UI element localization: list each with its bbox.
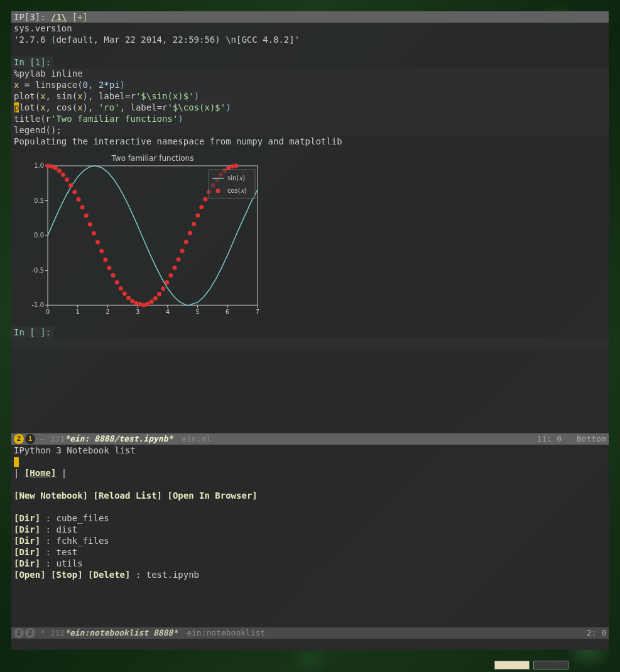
cell-1-header: In [1]: (11, 57, 53, 68)
nblist-cursor (14, 457, 19, 467)
svg-point-49 (126, 296, 131, 300)
svg-point-65 (188, 231, 192, 236)
dir-button[interactable]: [Dir] (14, 547, 40, 557)
svg-point-53 (142, 303, 146, 307)
dir-entry: [Dir] : dist (14, 524, 606, 535)
notebooklist-area[interactable]: IPython 3 Notebook list | [Home] | [New … (11, 445, 609, 627)
code-line-6[interactable]: legend(); (11, 124, 609, 136)
svg-point-35 (72, 190, 77, 194)
scroll-position: Bottom (577, 433, 606, 445)
code-line-1[interactable]: %pylab inline (11, 68, 609, 79)
svg-rect-78 (209, 170, 255, 198)
svg-point-42 (99, 249, 104, 253)
tab-current[interactable]: /1\ (51, 12, 67, 22)
code-line-5[interactable]: title(r'Two familiar functions') (11, 113, 609, 124)
dir-button[interactable]: [Dir] (14, 524, 40, 534)
minibuffer[interactable] (11, 639, 609, 650)
dir-entry: [Dir] : cube_files (14, 512, 606, 524)
svg-text:1: 1 (76, 308, 80, 315)
home-link[interactable]: [Home] (24, 468, 57, 478)
svg-text:6: 6 (226, 308, 229, 315)
svg-point-61 (172, 266, 177, 270)
dir-entry: [Dir] : utils (14, 558, 606, 569)
file-open-button[interactable]: [Open] (14, 570, 46, 580)
svg-point-46 (115, 280, 119, 285)
reload-list-button[interactable]: [Reload List] (93, 490, 162, 501)
new-notebook-button[interactable]: [New Notebook] (14, 490, 88, 501)
lower-pane: IPython 3 Notebook list | [Home] | [New … (11, 445, 609, 650)
svg-point-48 (122, 291, 127, 296)
svg-text:-1.0: -1.0 (31, 301, 44, 308)
major-mode: ein:ml (182, 433, 211, 445)
svg-point-54 (146, 301, 150, 306)
code-line-4[interactable]: plot(x, cos(x), 'ro', label=r'$\cos(x)$'… (11, 102, 609, 113)
taskbar-button-1[interactable] (494, 661, 530, 669)
dir-entry: [Dir] : fchk_files (14, 535, 606, 546)
svg-point-51 (134, 301, 138, 305)
svg-text:sin(x): sin(x) (227, 175, 245, 182)
window-badge-2: 1 (25, 434, 35, 444)
open-in-browser-button[interactable]: [Open In Browser] (167, 490, 257, 501)
matplotlib-plot: Two familiar functions01234567-1.0-0.50.… (23, 152, 260, 317)
dir-entry: [Dir] : test (14, 546, 606, 558)
svg-text:cos(x): cos(x) (227, 187, 247, 194)
svg-point-32 (61, 173, 65, 177)
file-entry: [Open] [Stop] [Delete] : test.ipynb (14, 569, 606, 580)
upper-pane: IP[3]: /1\ [+] sys.version '2.7.6 (defau… (11, 11, 609, 433)
file-name: test.ipynb (146, 570, 199, 580)
major-mode-2: ein:notebooklist (187, 627, 265, 639)
window-badge-3: 2 (14, 628, 24, 638)
dir-name: utils (56, 558, 82, 568)
dir-name: fchk_files (56, 536, 109, 546)
svg-point-40 (92, 231, 96, 236)
svg-point-47 (119, 286, 123, 291)
cell-empty-header: In [ ]: (11, 327, 53, 338)
svg-point-28 (46, 164, 50, 168)
svg-point-50 (130, 299, 134, 303)
svg-point-58 (161, 286, 165, 291)
svg-point-56 (153, 296, 158, 301)
tab-bar: IP[3]: /1\ [+] (11, 11, 609, 23)
window-badge-4: 2 (25, 628, 35, 638)
code-line-2[interactable]: x = linspace(0, 2*pi) (11, 79, 609, 90)
svg-point-57 (157, 292, 161, 296)
svg-point-59 (165, 280, 169, 285)
svg-point-39 (88, 222, 92, 227)
modeline-upper: 2 1 — 331 *ein: 8888/test.ipynb* ein:ml … (11, 433, 609, 445)
svg-point-43 (103, 257, 107, 262)
dir-button[interactable]: [Dir] (14, 558, 40, 568)
file-delete-button[interactable]: [Delete] (88, 570, 130, 580)
svg-point-67 (195, 213, 200, 217)
output-populate: Populating the interactive namespace fro… (11, 136, 609, 147)
taskbar-button-2[interactable] (533, 661, 568, 669)
cursor-position-2: 2: 0 (587, 627, 606, 639)
svg-point-31 (57, 169, 62, 173)
dir-button[interactable]: [Dir] (14, 536, 40, 546)
svg-text:0.0: 0.0 (34, 232, 44, 239)
svg-point-52 (138, 302, 142, 306)
modeline-lower: 2 2 * 212 *ein:notebooklist 8888* ein:no… (11, 627, 609, 639)
output-sys-version-1: sys.version (11, 23, 609, 34)
svg-point-60 (168, 273, 173, 278)
svg-text:2: 2 (106, 308, 109, 315)
svg-text:7: 7 (256, 308, 259, 315)
notebook-cells: sys.version '2.7.6 (default, Mar 22 2014… (11, 23, 609, 349)
svg-point-33 (65, 178, 69, 182)
svg-point-68 (199, 205, 204, 209)
svg-point-36 (76, 197, 80, 202)
svg-point-34 (68, 183, 73, 188)
svg-point-44 (107, 266, 111, 270)
svg-text:4: 4 (166, 308, 170, 315)
dir-name: test (56, 547, 77, 557)
svg-point-66 (192, 222, 196, 226)
code-line-3[interactable]: plot(x, sin(x), label=r'$\sin(x)$') (11, 90, 609, 102)
svg-text:1.0: 1.0 (34, 162, 44, 169)
file-stop-button[interactable]: [Stop] (51, 570, 83, 580)
dir-button[interactable]: [Dir] (14, 513, 40, 523)
taskbar (494, 661, 576, 672)
plot-svg: Two familiar functions01234567-1.0-0.50.… (23, 152, 260, 317)
add-tab-button[interactable]: [+] (72, 12, 88, 22)
dir-name: cube_files (56, 513, 109, 523)
empty-cell-body[interactable] (11, 338, 609, 349)
svg-text:3: 3 (136, 308, 139, 315)
